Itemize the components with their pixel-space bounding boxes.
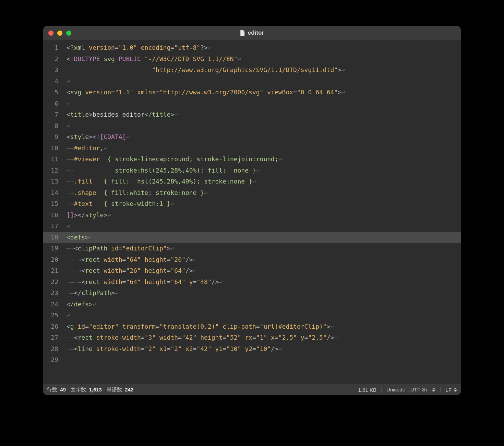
line-number: 20 [43, 254, 62, 266]
code-line[interactable]: ↩ [67, 310, 461, 321]
code-line[interactable]: <g id="editor" transform="translate(0,2)… [67, 321, 461, 332]
stat-filesize: 1.61 KB [358, 387, 376, 393]
code-line[interactable]: —→—→<rect width="64" height="20"/>↩ [67, 254, 461, 266]
line-number: 15 [43, 198, 62, 210]
window-controls [48, 31, 71, 36]
code-line[interactable]: <style><![CDATA[↩ [67, 131, 461, 143]
code-line[interactable]: "http://www.w3.org/Graphics/SVG/1.1/DTD/… [67, 64, 461, 76]
code-line[interactable]: ↩ [67, 98, 461, 109]
line-number: 8 [43, 120, 62, 132]
statusbar: 行数: 49 文字数: 1,613 単語数: 242 1.61 KB Unico… [43, 384, 461, 395]
editor-area[interactable]: 1234567891011121314151617181920212223242… [43, 40, 461, 384]
code-line[interactable]: ↩ [67, 76, 461, 87]
line-number: 19 [43, 243, 62, 254]
stat-words: 単語数: 242 [107, 387, 133, 393]
line-number: 26 [43, 321, 62, 332]
window-title-text: editor [248, 30, 264, 36]
chevron-updown-icon [454, 388, 457, 392]
code-line[interactable]: —→<rect stroke-width="3" width="42" heig… [67, 332, 461, 343]
minimize-button[interactable] [57, 31, 62, 36]
zoom-button[interactable] [66, 31, 71, 36]
code-line[interactable]: ↩ [67, 221, 461, 232]
code-line[interactable]: —→ stroke:hsl(245,28%,40%); fill: none }… [67, 165, 461, 176]
code-line[interactable]: </defs>↩ [67, 299, 461, 310]
code-line[interactable]: —→—→<rect width="64" height="64" y="48"/… [67, 277, 461, 288]
stat-chars: 文字数: 1,613 [71, 387, 102, 393]
line-number: 3 [43, 64, 62, 76]
line-number: 5 [43, 87, 62, 98]
line-number: 23 [43, 287, 62, 299]
code-line[interactable]: <defs>↩ [67, 232, 461, 243]
code-line[interactable]: —→<line stroke-width="2" x1="2" x2="42" … [67, 343, 461, 355]
close-button[interactable] [48, 31, 53, 36]
code-content[interactable]: <?xml version="1.0" encoding="utf-8"?>↩<… [62, 40, 461, 384]
code-line[interactable]: —→#text { stroke-width:1 }↩ [67, 198, 461, 210]
line-number: 29 [43, 354, 62, 366]
code-line[interactable]: —→—→<rect width="26" height="64"/>↩ [67, 265, 461, 277]
line-number: 9 [43, 131, 62, 143]
encoding-selector[interactable]: Unicode（UTF-8） [386, 387, 436, 393]
code-line[interactable]: <?xml version="1.0" encoding="utf-8"?>↩ [67, 42, 461, 54]
line-number: 27 [43, 332, 62, 343]
line-number-gutter: 1234567891011121314151617181920212223242… [43, 40, 62, 384]
line-number: 10 [43, 143, 62, 154]
line-number: 2 [43, 54, 62, 65]
line-number: 12 [43, 165, 62, 176]
code-line[interactable]: —→#viewer { stroke-linecap:round; stroke… [67, 154, 461, 165]
document-icon [240, 30, 245, 36]
line-number: 7 [43, 109, 62, 120]
line-ending-selector[interactable]: LF [445, 387, 457, 393]
code-line[interactable]: —→#editor,↩ [67, 143, 461, 154]
line-number: 21 [43, 265, 62, 277]
code-line[interactable]: —→</clipPath>↩ [67, 287, 461, 299]
code-line[interactable]: <!DOCTYPE svg PUBLIC "-//W3C//DTD SVG 1.… [67, 54, 461, 65]
code-line[interactable]: —→.shape { fill:white; stroke:none }↩ [67, 187, 461, 199]
stat-lines: 行数: 49 [47, 387, 66, 393]
line-number: 1 [43, 42, 62, 54]
editor-window: editor 123456789101112131415161718192021… [43, 26, 461, 395]
line-number: 22 [43, 277, 62, 288]
code-line[interactable]: —→<clipPath id="editorClip">↩ [67, 243, 461, 254]
line-number: 4 [43, 76, 62, 87]
line-number: 28 [43, 343, 62, 355]
line-number: 11 [43, 154, 62, 165]
line-number: 13 [43, 176, 62, 187]
line-number: 16 [43, 210, 62, 221]
code-line[interactable]: <title>besides editor</title>↩ [67, 109, 461, 120]
line-number: 14 [43, 187, 62, 199]
code-line[interactable]: ↩ [67, 120, 461, 132]
line-number: 24 [43, 299, 62, 310]
code-line[interactable]: <svg version="1.1" xmlns="http://www.w3.… [67, 87, 461, 98]
titlebar: editor [43, 26, 461, 40]
code-line[interactable] [67, 354, 461, 366]
line-number: 6 [43, 98, 62, 109]
line-number: 17 [43, 221, 62, 232]
window-title: editor [43, 30, 461, 36]
line-number: 18 [43, 232, 62, 243]
code-line[interactable]: ]]></style>↩ [67, 210, 461, 221]
line-number: 25 [43, 310, 62, 321]
chevron-updown-icon [432, 388, 435, 392]
code-line[interactable]: —→.fill { fill: hsl(245,28%,40%); stroke… [67, 176, 461, 187]
